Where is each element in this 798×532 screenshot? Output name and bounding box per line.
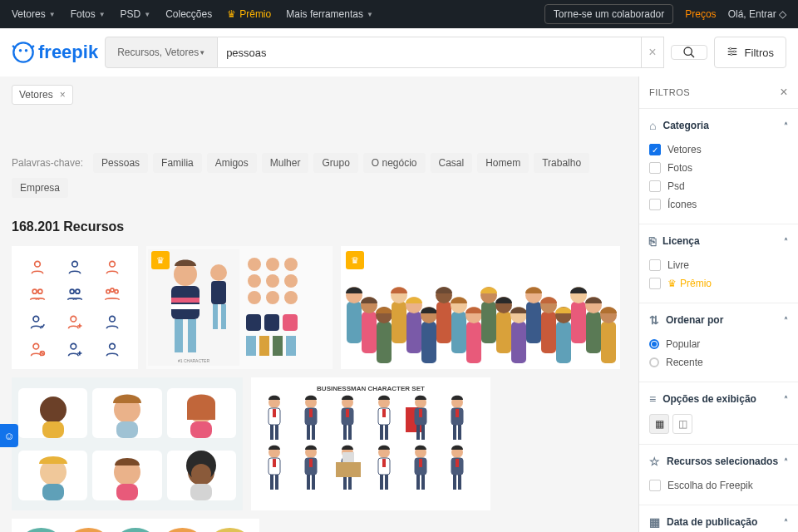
remove-filter-icon[interactable]: × [60, 89, 66, 101]
large-view-button[interactable]: ◫ [672, 414, 692, 434]
nav-label: Vetores [12, 8, 46, 20]
section-header[interactable]: ⇅Ordenar por˄ [649, 313, 788, 327]
svg-rect-81 [496, 312, 511, 353]
avatar-circle [67, 528, 110, 532]
svg-rect-87 [541, 312, 556, 353]
sliders-icon [727, 46, 738, 60]
svg-rect-69 [406, 312, 421, 353]
person-check-icon [20, 313, 54, 330]
svg-point-11 [34, 261, 40, 267]
svg-rect-137 [416, 425, 420, 440]
svg-point-34 [174, 263, 197, 286]
svg-point-8 [729, 47, 731, 49]
checkbox-premio[interactable]: ♛Prêmio [649, 274, 788, 293]
svg-rect-42 [213, 304, 218, 329]
checkbox-psd[interactable]: Psd [649, 177, 788, 195]
checkbox-icon [649, 278, 661, 289]
keyword-chip[interactable]: Grupo [313, 153, 357, 173]
svg-point-50 [284, 274, 298, 288]
keyword-chip[interactable]: Mulher [262, 153, 309, 173]
greet-label: Olá, Entrar [728, 8, 776, 20]
svg-rect-38 [175, 319, 183, 352]
checkbox-escolha[interactable]: Escolha do Freepik [649, 476, 788, 495]
login-link[interactable]: Olá, Entrar ◇ [728, 8, 786, 20]
svg-rect-136 [419, 409, 422, 417]
svg-point-40 [210, 264, 227, 281]
result-card[interactable] [12, 519, 259, 532]
keywords-row: Palavras-chave: Pessoas Familia Amigos M… [12, 153, 627, 198]
section-header[interactable]: ⎘Licença˄ [649, 234, 788, 248]
keyword-chip[interactable]: Casal [431, 153, 473, 173]
radio-popular[interactable]: Popular [649, 335, 788, 353]
svg-rect-167 [416, 475, 420, 490]
close-panel-button[interactable]: × [780, 85, 788, 100]
nav-label: Colecções [165, 8, 212, 20]
search-input[interactable] [218, 37, 642, 68]
feedback-button[interactable]: ☺ [0, 424, 18, 447]
chevron-down-icon: ▼ [99, 11, 106, 18]
crown-icon: ♛ [227, 8, 236, 20]
svg-point-22 [71, 316, 76, 322]
search-category-select[interactable]: Recursos, Vetores▼ [105, 37, 218, 68]
keyword-chip[interactable]: O negócio [363, 153, 426, 173]
section-header[interactable]: ⌂Categoria˄ [649, 119, 788, 132]
filter-section-ordenar: ⇅Ordenar por˄ Popular Recente [639, 303, 798, 382]
nav-precos[interactable]: Preços [685, 8, 716, 20]
sort-icon: ⇅ [649, 313, 659, 327]
keyword-chip[interactable]: Amigos [207, 153, 257, 173]
keyword-chip[interactable]: Homem [477, 153, 529, 173]
search-button[interactable] [671, 45, 707, 60]
svg-point-2 [25, 49, 28, 52]
result-card[interactable]: ♛ #1 CHARACTER [146, 246, 332, 369]
checkbox-icones[interactable]: Ícones [649, 195, 788, 214]
radio-icon [649, 357, 659, 367]
avatar-illustration [167, 451, 236, 500]
chip-label: Vetores [19, 89, 53, 101]
character-illustration: #1 CHARACTER [148, 249, 331, 366]
chevron-up-icon: ˄ [784, 316, 788, 325]
svg-point-32 [110, 343, 116, 349]
result-card[interactable]: BUSINESSMAN CHARACTER SET [251, 377, 490, 510]
grid-view-button[interactable]: ▦ [649, 414, 669, 434]
nav-psd[interactable]: PSD▼ [121, 8, 151, 20]
section-header[interactable]: ≡Opções de exibição˄ [649, 392, 788, 406]
svg-point-47 [284, 258, 298, 271]
keyword-chip[interactable]: Familia [153, 153, 202, 173]
svg-rect-43 [221, 304, 226, 329]
avatar-circle [209, 528, 251, 532]
result-card[interactable] [12, 246, 138, 369]
nav-coleccoes[interactable]: Colecções [165, 8, 212, 20]
keyword-chip[interactable]: Empresa [12, 178, 68, 198]
search-group: Recursos, Vetores▼ × [105, 37, 663, 68]
nav-vetores[interactable]: Vetores▼ [12, 8, 56, 20]
section-header[interactable]: ▦Data de publicação˄ [649, 515, 788, 529]
nav-premio[interactable]: ♛Prêmio [227, 8, 271, 20]
keyword-chip[interactable]: Trabalho [534, 153, 589, 173]
result-card[interactable] [12, 377, 243, 510]
svg-rect-103 [190, 421, 212, 438]
checkbox-livre[interactable]: Livre [649, 256, 788, 274]
svg-rect-77 [466, 322, 481, 363]
svg-rect-168 [421, 475, 425, 490]
svg-point-25 [110, 316, 116, 322]
avatar-circle [20, 528, 62, 532]
nav-mais[interactable]: Mais ferramentas▼ [286, 8, 373, 20]
section-header[interactable]: ☆Recursos selecionados˄ [649, 455, 788, 468]
svg-rect-54 [246, 314, 261, 331]
clear-search-button[interactable]: × [642, 37, 663, 68]
svg-point-19 [111, 288, 114, 291]
radio-recente[interactable]: Recente [649, 353, 788, 372]
svg-rect-138 [421, 425, 425, 440]
result-card[interactable]: ♛ [341, 246, 620, 369]
keyword-chip[interactable]: Pessoas [93, 153, 148, 173]
filters-toggle-button[interactable]: Filtros [714, 37, 786, 68]
nav-fotos[interactable]: Fotos▼ [71, 8, 106, 20]
freepik-logo[interactable]: freepik [12, 41, 98, 64]
svg-rect-91 [571, 302, 586, 343]
checkbox-fotos[interactable]: Fotos [649, 159, 788, 177]
svg-rect-83 [511, 322, 526, 363]
become-contributor-button[interactable]: Torne-se um colaborador [544, 4, 673, 24]
checkbox-vetores[interactable]: ✓Vetores [649, 140, 788, 159]
svg-rect-58 [259, 336, 269, 356]
active-filter-chip[interactable]: Vetores× [12, 85, 73, 105]
